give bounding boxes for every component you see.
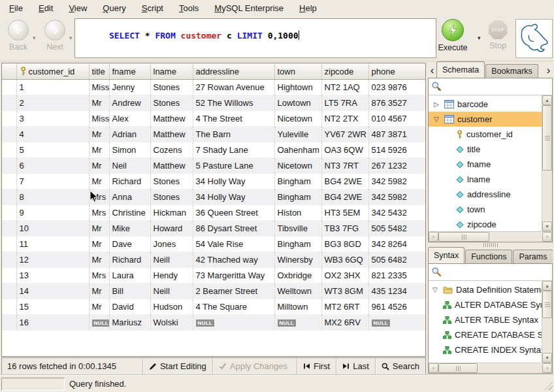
grid-cell[interactable]: Mr xyxy=(89,284,109,299)
grid-cell[interactable]: Stones xyxy=(150,189,193,205)
query-editor[interactable]: SELECT * FROM customer c LIMIT 0,1000 xyxy=(74,18,436,58)
grid-cell[interactable]: 514 5926 xyxy=(368,142,425,158)
syntax-tab-functions[interactable]: Functions xyxy=(465,250,512,263)
tree-item-alter-table-syntax[interactable]: ALTER TABLE Syntax xyxy=(429,312,542,327)
tree-item-data-definition-statements[interactable]: ▽Data Definition Statements xyxy=(429,282,542,297)
row-gutter[interactable] xyxy=(2,268,16,284)
schemata-tab-schemata[interactable]: Schemata xyxy=(436,61,485,78)
column-header-town[interactable]: town xyxy=(274,63,321,80)
column-header-customer-id[interactable]: customer_id xyxy=(16,63,89,80)
scroll-left-icon[interactable]: ‹ xyxy=(429,363,438,373)
scroll-right-icon[interactable]: › xyxy=(542,232,552,242)
grid-cell[interactable]: 16 xyxy=(16,315,89,331)
row-gutter[interactable] xyxy=(2,315,16,331)
grid-cell[interactable]: Bingham xyxy=(274,189,321,205)
grid-cell[interactable]: Mike xyxy=(109,221,150,237)
grid-cell[interactable]: 9 xyxy=(16,205,89,221)
grid-cell[interactable]: 73 Margeritta Way xyxy=(193,268,274,284)
grid-cell[interactable]: Stones xyxy=(150,174,193,189)
scroll-down-icon[interactable]: ▾ xyxy=(542,353,552,363)
next-dropdown-icon[interactable]: ▾ xyxy=(69,35,73,41)
row-gutter[interactable] xyxy=(2,95,16,111)
tree-item-addressline[interactable]: addressline xyxy=(429,187,542,202)
grid-cell[interactable]: Laura xyxy=(109,268,150,284)
grid-cell[interactable]: OA3 6QW xyxy=(321,142,368,158)
syntax-horizontal-scrollbar[interactable]: ‹ › xyxy=(429,363,552,373)
grid-cell[interactable]: NULL xyxy=(368,315,425,331)
grid-cell[interactable]: 4 xyxy=(16,127,89,142)
grid-cell[interactable]: 2 xyxy=(16,95,89,111)
next-button[interactable]: Next xyxy=(41,20,69,52)
schemata-tab-bookmarks[interactable]: Bookmarks xyxy=(485,64,538,78)
grid-cell[interactable]: 342 8264 xyxy=(368,237,425,252)
grid-cell[interactable]: Miss xyxy=(89,80,109,95)
scrollbar-thumb[interactable] xyxy=(438,363,478,373)
grid-cell[interactable]: Christine xyxy=(109,205,150,221)
grid-cell[interactable]: David xyxy=(109,299,150,315)
column-header-phone[interactable]: phone xyxy=(368,63,425,80)
tab-scroll-right-icon[interactable]: › xyxy=(544,63,553,78)
grid-cell[interactable]: 7 Shady Lane xyxy=(193,142,274,158)
grid-cell[interactable]: 267 1232 xyxy=(368,158,425,174)
tree-item-create-index-syntax[interactable]: CREATE INDEX Syntax xyxy=(429,342,542,357)
first-button[interactable]: First xyxy=(297,358,336,374)
grid-cell[interactable]: 34 Holly Way xyxy=(193,174,274,189)
row-gutter[interactable] xyxy=(2,111,16,127)
grid-cell[interactable]: Mr xyxy=(89,95,109,111)
menu-script[interactable]: Script xyxy=(134,0,171,16)
grid-cell[interactable]: Mrs xyxy=(89,268,109,284)
menu-file[interactable]: File xyxy=(1,0,31,16)
grid-cell[interactable]: 342 5982 xyxy=(368,189,425,205)
grid-cell[interactable]: 10 xyxy=(16,221,89,237)
grid-cell[interactable]: Mr xyxy=(89,299,109,315)
grid-cell[interactable]: 52 The Willows xyxy=(193,95,274,111)
grid-cell[interactable]: Hickman xyxy=(150,205,193,221)
grid-cell[interactable]: Mr xyxy=(89,237,109,252)
execute-button[interactable]: Execute xyxy=(431,19,474,52)
grid-cell[interactable]: Matthew xyxy=(150,127,193,142)
grid-cell[interactable]: Cozens xyxy=(150,142,193,158)
menu-help[interactable]: Help xyxy=(291,0,325,16)
grid-cell[interactable]: MX2 6RV xyxy=(321,315,368,331)
grid-cell[interactable]: Nicetown xyxy=(274,111,321,127)
row-gutter[interactable] xyxy=(2,142,16,158)
grid-cell[interactable]: Lowtown xyxy=(274,95,321,111)
tab-scroll-left-icon[interactable]: ‹ xyxy=(428,63,436,78)
grid-cell[interactable]: 11 xyxy=(16,237,89,252)
grid-cell[interactable]: Mr xyxy=(89,221,109,237)
scroll-right-icon[interactable]: › xyxy=(542,363,552,373)
start-editing-button[interactable]: Start Editing xyxy=(142,358,212,374)
grid-cell[interactable]: 12 xyxy=(16,252,89,268)
grid-cell[interactable]: Tibsville xyxy=(274,221,321,237)
grid-cell[interactable]: NULL xyxy=(274,315,321,331)
grid-cell[interactable]: Matthew xyxy=(150,158,193,174)
grid-cell[interactable]: Neil xyxy=(109,158,150,174)
grid-cell[interactable]: NT2 1AQ xyxy=(321,80,368,95)
expander-collapsed-icon[interactable]: ▷ xyxy=(432,101,444,108)
menu-view[interactable]: View xyxy=(61,0,95,16)
tree-item-lname[interactable]: lname xyxy=(429,172,542,187)
grid-cell[interactable]: LT5 7RA xyxy=(321,95,368,111)
menu-tools[interactable]: Tools xyxy=(171,0,206,16)
grid-cell[interactable]: Alex xyxy=(109,111,150,127)
grid-cell[interactable]: Howard xyxy=(150,221,193,237)
grid-cell[interactable]: Dave xyxy=(109,237,150,252)
row-gutter[interactable] xyxy=(2,205,16,221)
row-gutter[interactable] xyxy=(2,221,16,237)
scroll-left-icon[interactable]: ‹ xyxy=(429,232,438,242)
scroll-up-icon[interactable]: ▴ xyxy=(542,281,552,291)
grid-cell[interactable]: Richard xyxy=(109,174,150,189)
tree-item-town[interactable]: town xyxy=(429,202,542,217)
grid-cell[interactable]: WT3 8GM xyxy=(321,284,368,299)
grid-cell[interactable]: NULL xyxy=(89,315,109,331)
grid-cell[interactable]: Bingham xyxy=(274,174,321,189)
grid-cell[interactable]: Welltown xyxy=(274,284,321,299)
grid-cell[interactable]: MT2 6RT xyxy=(321,299,368,315)
grid-cell[interactable]: Yuleville xyxy=(274,127,321,142)
row-gutter[interactable] xyxy=(2,158,16,174)
tree-item-barcode[interactable]: ▷barcode xyxy=(429,97,542,112)
tree-item-customer-id[interactable]: customer_id xyxy=(429,127,542,142)
grid-cell[interactable]: Oxbridge xyxy=(274,268,321,284)
tree-item-title[interactable]: title xyxy=(429,142,542,157)
row-gutter[interactable] xyxy=(2,284,16,299)
